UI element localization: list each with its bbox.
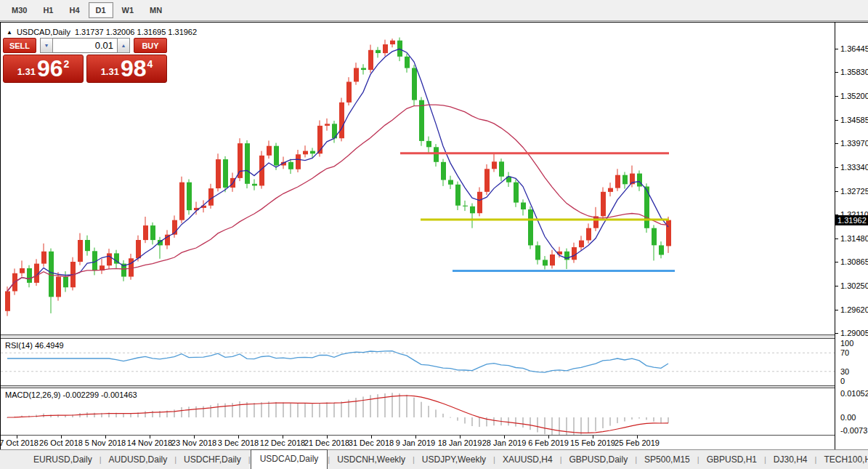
symbol-tab-usdchf[interactable]: USDCHF,Daily (177, 452, 248, 468)
price-axis-label: 1.34585 (840, 116, 868, 124)
macd-pane[interactable]: MACD(12,26,9) -0.002299 -0.001463 (1, 388, 835, 435)
timeframe-button-mn[interactable]: MN (142, 2, 169, 18)
buy-price-button[interactable]: 1.31 98 4 (86, 55, 167, 83)
date-axis-label: 31 Dec 2018 (349, 438, 394, 447)
timeframe-button-w1[interactable]: W1 (115, 2, 142, 18)
symbol-tab-sp500[interactable]: SP500,M15 (637, 452, 697, 468)
symbol-tab-gbpusd[interactable]: GBPUSD,H1 (699, 452, 764, 468)
price-tick (835, 333, 838, 334)
price-tick (835, 262, 838, 262)
rsi-axis-label: 100 (840, 339, 853, 348)
price-axis-label: 1.33970 (840, 139, 868, 148)
symbol-tab-xauusd[interactable]: XAUUSD,H4 (495, 452, 560, 468)
sell-button[interactable]: SELL (3, 38, 36, 53)
rsi-label: RSI(14) 46.4949 (5, 341, 64, 350)
ohlc-values: 1.31737 1.32006 1.31695 1.31962 (75, 28, 197, 36)
sell-price-prefix: 1.31 (17, 65, 36, 79)
lot-decrease-icon[interactable]: ▼ (40, 38, 53, 53)
date-axis-label: 26 Oct 2018 (39, 438, 83, 447)
price-axis-label: 1.32725 (840, 187, 868, 196)
buy-button[interactable]: BUY (134, 38, 167, 53)
symbol-tab-gbpusd[interactable]: GBPUSD,Daily (562, 452, 636, 468)
chart-window: ▲ USDCAD,Daily 1.31737 1.32006 1.31695 1… (0, 22, 868, 449)
date-axis-label: 21 Dec 2018 (304, 438, 349, 447)
date-axis-label: 6 Feb 2019 (528, 438, 569, 447)
price-tick (835, 96, 838, 97)
price-tick (835, 191, 838, 192)
main-chart-pane[interactable]: ▲ USDCAD,Daily 1.31737 1.32006 1.31695 1… (1, 23, 835, 334)
date-axis-label: 14 Nov 2018 (127, 438, 172, 447)
sell-price-button[interactable]: 1.31 96 2 (3, 55, 84, 83)
macd-axis-label: -0.0073 (840, 426, 867, 435)
symbol-tab-usdjpy[interactable]: USDJPY,Weekly (415, 452, 493, 468)
lot-stepper: ▼ ▲ (40, 38, 130, 53)
price-tick (835, 167, 838, 168)
symbol-tab-dj30[interactable]: DJ30,H4 (766, 452, 815, 468)
rsi-pane[interactable]: RSI(14) 46.4949 (1, 339, 835, 385)
price-axis-label: 1.30250 (840, 281, 868, 290)
price-tick (835, 286, 838, 286)
price-axis-label: 1.30865 (840, 257, 868, 266)
rsi-axis-label: 0 (840, 377, 845, 385)
price-axis-label: 1.35200 (840, 92, 868, 100)
symbol-tab-usdcad[interactable]: USDCAD,Daily (251, 449, 328, 469)
price-axis-label: 1.31480 (840, 234, 868, 243)
price-axis-label: 1.35830 (840, 68, 868, 76)
date-axis-label: 12 Dec 2018 (260, 438, 305, 447)
buy-price-big: 98 (121, 57, 147, 79)
price-axis-label: 1.33340 (840, 163, 868, 172)
macd-axis-label: 0.010525 (840, 389, 868, 398)
rsi-axis-label: 70 (840, 348, 849, 357)
buy-price-pip: 4 (147, 58, 153, 70)
date-axis-label: 9 Jan 2019 (396, 438, 435, 447)
symbol-tab-eurusd[interactable]: EURUSD,Daily (26, 452, 100, 468)
symbol-tab-audusd[interactable]: AUDUSD,Daily (102, 452, 175, 468)
timeframe-button-h1[interactable]: H1 (36, 2, 60, 18)
price-axis-label: 1.29005 (840, 329, 868, 337)
date-axis-label: 28 Jan 2019 (482, 438, 527, 447)
price-axis-label: 1.29620 (840, 305, 868, 314)
date-axis-label: 5 Nov 2018 (85, 438, 126, 447)
lot-increase-icon[interactable]: ▲ (117, 38, 130, 53)
macd-label: MACD(12,26,9) -0.002299 -0.001463 (5, 390, 137, 399)
one-click-trading-panel: SELL ▼ ▲ BUY 1.31 96 2 1.31 (3, 38, 167, 83)
buy-price-prefix: 1.31 (101, 65, 119, 79)
timeframe-toolbar: M30H1H4D1W1MN (0, 0, 868, 21)
symbol-title: USDCAD,Daily (17, 28, 70, 36)
price-tick (835, 238, 838, 239)
date-axis-label: 18 Jan 2019 (438, 438, 482, 447)
timeframe-button-h4[interactable]: H4 (62, 2, 86, 18)
lot-size-input[interactable] (53, 38, 117, 53)
rsi-axis-label: 30 (840, 367, 849, 376)
macd-axis-label: 0.00 (840, 413, 856, 422)
price-tick (835, 143, 838, 144)
price-axis-label: 1.36445 (840, 44, 868, 53)
symbol-tabbar: EURUSD,Daily|AUDUSD,Daily|USDCHF,Daily|U… (0, 449, 868, 469)
price-tick (835, 72, 838, 73)
symbol-tab-tech100[interactable]: TECH100,H (816, 452, 868, 468)
price-axis[interactable]: 1.364451.358301.352001.345851.339701.333… (835, 23, 868, 450)
collapse-one-click-icon[interactable]: ▲ (7, 29, 12, 36)
symbol-tab-usdcnh[interactable]: USDCNH,Weekly (330, 452, 413, 468)
sell-price-pip: 2 (64, 58, 70, 70)
date-axis-label: 3 Dec 2018 (218, 438, 259, 447)
date-axis-label: 17 Oct 2018 (0, 438, 38, 447)
chart-title: ▲ USDCAD,Daily 1.31737 1.32006 1.31695 1… (7, 28, 197, 36)
sell-price-big: 96 (37, 57, 63, 79)
price-tick (835, 49, 838, 49)
date-axis[interactable]: 17 Oct 201826 Oct 20185 Nov 201814 Nov 2… (1, 436, 835, 450)
timeframe-button-m30[interactable]: M30 (4, 2, 34, 18)
price-tick (835, 310, 838, 310)
price-tick (835, 120, 838, 121)
trading-terminal: M30H1H4D1W1MN ▲ USDCAD,Daily 1.31737 1.3… (0, 0, 868, 469)
date-axis-label: 15 Feb 2019 (570, 438, 615, 447)
date-axis-label: 23 Nov 2018 (171, 438, 216, 447)
current-price-badge: 1.31962 (835, 215, 868, 225)
timeframe-button-d1[interactable]: D1 (89, 2, 113, 18)
date-axis-label: 25 Feb 2019 (615, 438, 660, 447)
